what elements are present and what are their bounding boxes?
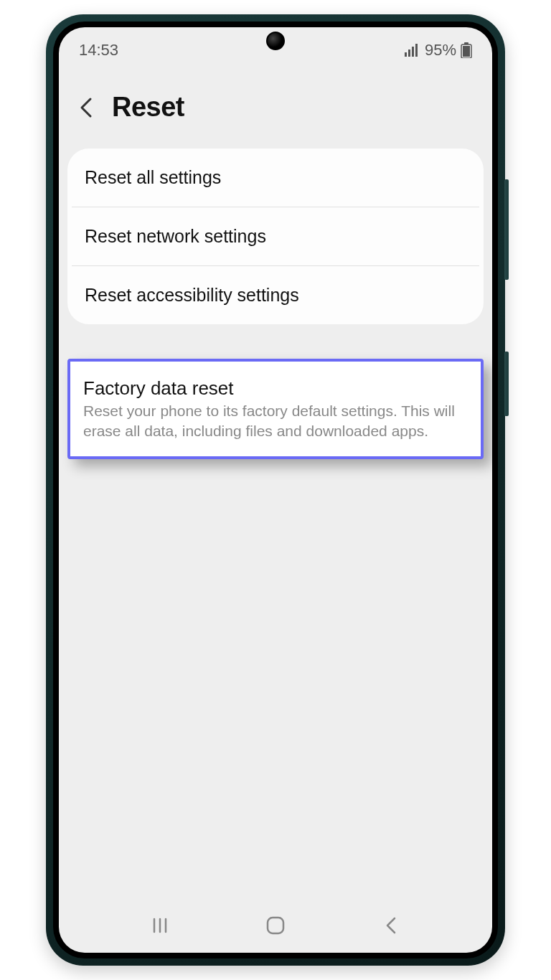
- reset-all-settings[interactable]: Reset all settings: [67, 149, 484, 207]
- screen: 14:53 95%: [59, 27, 492, 953]
- factory-description: Reset your phone to its factory default …: [83, 401, 468, 442]
- page-title: Reset: [112, 92, 184, 123]
- back-button[interactable]: [75, 96, 98, 119]
- nav-back-button[interactable]: [379, 913, 403, 938]
- front-camera: [266, 32, 285, 50]
- battery-text: 95%: [425, 41, 456, 60]
- phone-frame: 14:53 95%: [46, 14, 505, 966]
- signal-icon: [405, 44, 420, 57]
- svg-rect-6: [463, 46, 470, 57]
- reset-options-card: Reset all settings Reset network setting…: [67, 149, 484, 324]
- status-right: 95%: [405, 41, 472, 60]
- home-button[interactable]: [263, 913, 288, 938]
- navigation-bar: [59, 907, 492, 953]
- recents-button[interactable]: [148, 913, 172, 938]
- phone-bezel: 14:53 95%: [53, 22, 498, 958]
- svg-rect-2: [412, 47, 414, 57]
- svg-rect-1: [408, 50, 410, 57]
- page-header: Reset: [59, 69, 492, 144]
- factory-data-reset[interactable]: Factory data reset Reset your phone to i…: [67, 359, 484, 459]
- recents-icon: [151, 917, 169, 934]
- option-title: Reset accessibility settings: [85, 285, 466, 306]
- volume-button: [504, 179, 509, 280]
- svg-rect-3: [415, 44, 418, 57]
- power-button: [504, 352, 509, 416]
- option-title: Reset all settings: [85, 167, 466, 188]
- chevron-left-icon: [385, 915, 397, 936]
- option-title: Reset network settings: [85, 226, 466, 247]
- svg-rect-10: [268, 918, 283, 933]
- svg-rect-0: [405, 52, 407, 57]
- gap: [59, 329, 492, 353]
- chevron-left-icon: [79, 96, 93, 119]
- spacer: [59, 459, 492, 907]
- reset-accessibility-settings[interactable]: Reset accessibility settings: [72, 265, 479, 324]
- reset-network-settings[interactable]: Reset network settings: [72, 207, 479, 265]
- factory-title: Factory data reset: [83, 377, 468, 400]
- battery-icon: [461, 42, 472, 58]
- clock: 14:53: [79, 41, 118, 60]
- home-icon: [265, 915, 286, 936]
